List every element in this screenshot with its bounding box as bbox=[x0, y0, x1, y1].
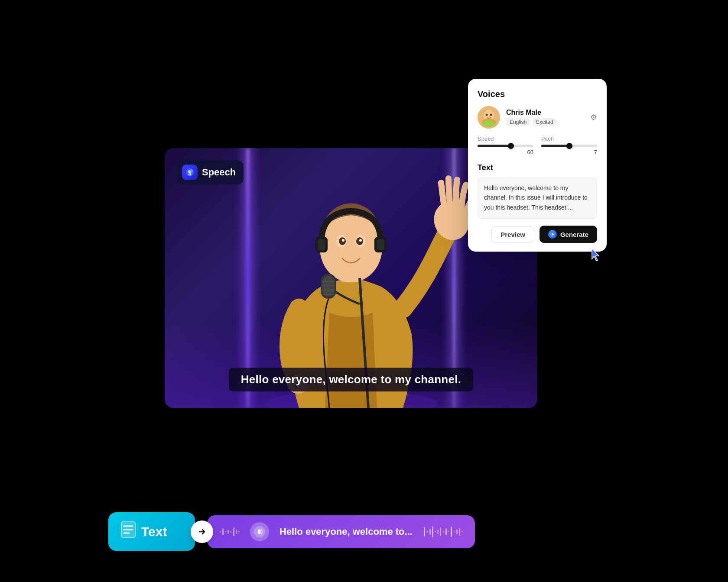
speech-badge-label: Speech bbox=[202, 167, 236, 178]
svg-rect-17 bbox=[322, 276, 335, 297]
speed-track[interactable] bbox=[478, 145, 533, 147]
style-tag: Excited bbox=[533, 118, 556, 126]
pitch-value: 7 bbox=[541, 149, 597, 155]
voice-tags: English Excited bbox=[506, 118, 584, 126]
svg-rect-10 bbox=[318, 239, 325, 250]
pitch-label: Pitch bbox=[541, 136, 597, 142]
voice-info: Chris Male English Excited bbox=[506, 109, 584, 126]
sliders-row: Speed 60 Pitch 7 bbox=[478, 136, 597, 155]
cursor-pointer bbox=[590, 248, 602, 265]
generate-button[interactable]: Generate bbox=[540, 226, 597, 243]
speed-label: Speed bbox=[478, 136, 533, 142]
audio-text: Hello everyone, welcome to... bbox=[280, 526, 413, 537]
voices-panel-title: Voices bbox=[478, 89, 597, 99]
voices-panel: Voices Chris Male English bbox=[468, 79, 607, 252]
svg-rect-12 bbox=[377, 239, 384, 250]
language-tag: English bbox=[506, 118, 530, 126]
speed-fill bbox=[478, 145, 511, 147]
tts-bar: Text bbox=[108, 512, 475, 551]
waveform-right bbox=[424, 526, 463, 537]
svg-point-29 bbox=[490, 114, 492, 116]
subtitle-bar: Hello everyone, welcome to my channel. bbox=[229, 368, 473, 391]
generate-label: Generate bbox=[560, 231, 588, 238]
pitch-thumb[interactable] bbox=[566, 143, 572, 149]
text-content[interactable]: Hello everyone, welcome to my channel. I… bbox=[478, 177, 597, 219]
speech-badge-icon: d bbox=[182, 165, 198, 180]
subtitle-text: Hello everyone, welcome to my channel. bbox=[241, 373, 461, 386]
text-pill-label: Text bbox=[141, 524, 167, 539]
audio-icon bbox=[250, 522, 269, 541]
voice-item: Chris Male English Excited ⚙ bbox=[478, 106, 597, 129]
svg-point-37 bbox=[259, 530, 261, 534]
waveform-left bbox=[219, 527, 240, 536]
svg-point-8 bbox=[359, 239, 362, 242]
preview-button[interactable]: Preview bbox=[491, 226, 534, 243]
buttons-row: Preview Generate bbox=[478, 226, 597, 243]
voice-settings-icon[interactable]: ⚙ bbox=[590, 113, 597, 122]
generate-icon bbox=[548, 230, 557, 239]
svg-point-28 bbox=[486, 114, 488, 116]
pitch-fill bbox=[541, 145, 569, 147]
pitch-slider-group: Pitch 7 bbox=[541, 136, 597, 155]
audio-pill: Hello everyone, welcome to... bbox=[207, 515, 475, 548]
pitch-track[interactable] bbox=[541, 145, 597, 147]
svg-text:d: d bbox=[190, 170, 192, 172]
speed-value: 60 bbox=[478, 149, 533, 155]
text-section-title: Text bbox=[478, 163, 597, 172]
voice-name: Chris Male bbox=[506, 109, 584, 116]
speed-thumb[interactable] bbox=[508, 143, 514, 149]
voice-avatar bbox=[478, 106, 500, 129]
svg-point-7 bbox=[342, 239, 344, 242]
speech-badge: d Speech bbox=[177, 160, 244, 184]
text-pill: Text bbox=[108, 512, 195, 551]
text-icon bbox=[120, 521, 136, 542]
arrow-circle bbox=[191, 521, 213, 543]
speed-slider-group: Speed 60 bbox=[478, 136, 533, 155]
